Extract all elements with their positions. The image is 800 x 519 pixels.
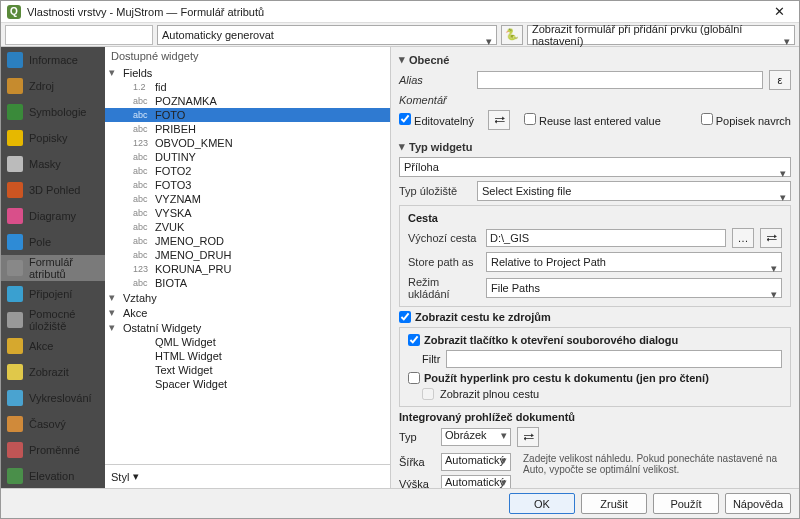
- sidebar-label: Pomocné úložiště: [29, 308, 99, 332]
- sidebar-item-elevation[interactable]: Elevation: [1, 463, 105, 488]
- tree-group[interactable]: Vztahy: [105, 290, 390, 305]
- tree-field[interactable]: abcVYZNAM: [105, 192, 390, 206]
- tree-field[interactable]: HTML Widget: [105, 349, 390, 363]
- default-path-label: Výchozí cesta: [408, 232, 480, 244]
- general-header[interactable]: Obecné: [399, 51, 791, 68]
- alias-input[interactable]: [477, 71, 763, 89]
- height-spin[interactable]: Automatický: [441, 475, 511, 488]
- override-path-icon[interactable]: ⮂: [760, 228, 782, 248]
- sidebar-item-zdroj[interactable]: Zdroj: [1, 73, 105, 99]
- tree-field[interactable]: 123KORUNA_PRU: [105, 262, 390, 276]
- sidebar-item-formulář atributů[interactable]: Formulář atributů: [1, 255, 105, 281]
- tree-field[interactable]: abcVYSKA: [105, 206, 390, 220]
- sidebar-icon: [7, 416, 23, 432]
- editable-check[interactable]: Editovatelný: [399, 113, 474, 127]
- sidebar-label: Zdroj: [29, 80, 54, 92]
- sidebar-item-pole[interactable]: Pole: [1, 229, 105, 255]
- field-type-icon: abc: [133, 152, 151, 162]
- tree-field[interactable]: abcPOZNAMKA: [105, 94, 390, 108]
- tree-field[interactable]: abcDUTINY: [105, 150, 390, 164]
- field-type-icon: abc: [133, 124, 151, 134]
- tree-field[interactable]: abcJMENO_DRUH: [105, 248, 390, 262]
- tree-group[interactable]: Akce: [105, 305, 390, 320]
- sidebar-item-diagramy[interactable]: Diagramy: [1, 203, 105, 229]
- field-name: PRIBEH: [155, 123, 196, 135]
- store-as-combo[interactable]: Relative to Project Path: [486, 252, 782, 272]
- field-name: FOTO3: [155, 179, 191, 191]
- sidebar-label: Vykreslování: [29, 392, 92, 404]
- viewer-type-combo[interactable]: Obrázek: [441, 428, 511, 446]
- show-path-check[interactable]: Zobrazit cestu ke zdrojům: [399, 309, 791, 325]
- sidebar-label: Časový: [29, 418, 66, 430]
- viewer-override-icon[interactable]: ⮂: [517, 427, 539, 447]
- close-icon[interactable]: ✕: [765, 4, 793, 19]
- sidebar-icon: [7, 130, 23, 146]
- field-type-icon: abc: [133, 278, 151, 288]
- reuse-check[interactable]: Reuse last entered value: [524, 113, 661, 127]
- tree-field[interactable]: Text Widget: [105, 363, 390, 377]
- store-as-label: Store path as: [408, 256, 480, 268]
- apply-button[interactable]: Použít: [653, 493, 719, 514]
- sidebar-item-připojení[interactable]: Připojení: [1, 281, 105, 307]
- show-form-combo[interactable]: Zobrazit formulář při přidání prvku (glo…: [527, 25, 795, 45]
- alias-label: Alias: [399, 74, 471, 86]
- sidebar-item-proměnné[interactable]: Proměnné: [1, 437, 105, 463]
- tree-field[interactable]: abcBIOTA: [105, 276, 390, 290]
- sidebar-item-3d pohled[interactable]: 3D Pohled: [1, 177, 105, 203]
- widget-type-combo[interactable]: Příloha: [399, 157, 791, 177]
- tree-field[interactable]: abcFOTO: [105, 108, 390, 122]
- label-on-top-check[interactable]: Popisek navrch: [701, 113, 791, 127]
- fullpath-check: Zobrazit plnou cestu: [408, 386, 782, 402]
- style-bar: Styl ▾: [105, 464, 390, 488]
- sidebar-item-masky[interactable]: Masky: [1, 151, 105, 177]
- sidebar-item-popisky[interactable]: Popisky: [1, 125, 105, 151]
- field-name: DUTINY: [155, 151, 196, 163]
- filter-input[interactable]: [446, 350, 782, 368]
- field-type-icon: 1.2: [133, 82, 151, 92]
- tree-field[interactable]: abcJMENO_ROD: [105, 234, 390, 248]
- sidebar-item-informace[interactable]: Informace: [1, 47, 105, 73]
- tree-field[interactable]: 123OBVOD_KMEN: [105, 136, 390, 150]
- sidebar-item-akce[interactable]: Akce: [1, 333, 105, 359]
- expression-icon[interactable]: ε: [769, 70, 791, 90]
- sidebar-item-časový[interactable]: Časový: [1, 411, 105, 437]
- sidebar-icon: [7, 468, 23, 484]
- width-spin[interactable]: Automatický: [441, 453, 511, 471]
- tree-group[interactable]: Fields: [105, 65, 390, 80]
- tree-field[interactable]: abcPRIBEH: [105, 122, 390, 136]
- sidebar-item-pomocné úložiště[interactable]: Pomocné úložiště: [1, 307, 105, 333]
- storage-type-combo[interactable]: Select Existing file: [477, 181, 791, 201]
- size-hint: Zadejte velikost náhledu. Pokud ponechát…: [517, 451, 791, 475]
- tree-group[interactable]: Ostatní Widgety: [105, 320, 390, 335]
- cancel-button[interactable]: Zrušit: [581, 493, 647, 514]
- tree-field[interactable]: abcZVUK: [105, 220, 390, 234]
- save-mode-combo[interactable]: File Paths: [486, 278, 782, 298]
- sidebar-search-input[interactable]: [5, 25, 153, 45]
- tree-field[interactable]: abcFOTO2: [105, 164, 390, 178]
- sidebar-label: Popisky: [29, 132, 68, 144]
- default-path-input[interactable]: [486, 229, 726, 247]
- sidebar-item-zobrazit[interactable]: Zobrazit: [1, 359, 105, 385]
- style-dropdown-icon[interactable]: ▾: [133, 470, 139, 483]
- sidebar-item-vykreslování[interactable]: Vykreslování: [1, 385, 105, 411]
- ok-button[interactable]: OK: [509, 493, 575, 514]
- widgets-tree[interactable]: Fields1.2fidabcPOZNAMKAabcFOTOabcPRIBEH1…: [105, 65, 390, 464]
- field-type-icon: abc: [133, 222, 151, 232]
- field-name: FOTO2: [155, 165, 191, 177]
- form-mode-combo[interactable]: Automaticky generovat: [157, 25, 497, 45]
- tree-field[interactable]: abcFOTO3: [105, 178, 390, 192]
- browse-icon[interactable]: …: [732, 228, 754, 248]
- help-button[interactable]: Nápověda: [725, 493, 791, 514]
- python-icon[interactable]: 🐍: [501, 25, 523, 45]
- tree-field[interactable]: Spacer Widget: [105, 377, 390, 391]
- hyperlink-check[interactable]: Použít hyperlink pro cestu k dokumentu (…: [408, 370, 782, 386]
- tree-field[interactable]: QML Widget: [105, 335, 390, 349]
- sidebar-label: Připojení: [29, 288, 72, 300]
- widget-type-header[interactable]: Typ widgetu: [399, 138, 791, 155]
- sidebar-item-symbologie[interactable]: Symbologie: [1, 99, 105, 125]
- show-button-check[interactable]: Zobrazit tlačítko k otevření souborového…: [408, 332, 782, 348]
- field-name: ZVUK: [155, 221, 184, 233]
- override-icon[interactable]: ⮂: [488, 110, 510, 130]
- top-toolbar: Automaticky generovat 🐍 Zobrazit formulá…: [1, 23, 799, 47]
- tree-field[interactable]: 1.2fid: [105, 80, 390, 94]
